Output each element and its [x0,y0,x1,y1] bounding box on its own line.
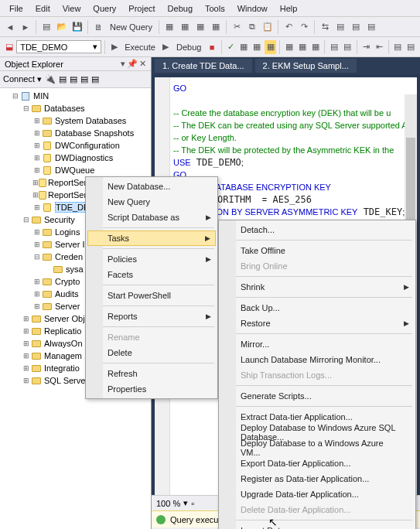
tree-item[interactable]: System Databases [55,116,126,125]
ctx-properties[interactable]: Properties [87,381,216,397]
new-query-button[interactable]: New Query [107,22,155,32]
tree-item[interactable]: Integratio [44,363,80,373]
menu-view[interactable]: View [56,2,87,15]
ctx-reports[interactable]: Reports▶ [87,309,216,324]
execute-icon[interactable]: ▶ [108,40,120,54]
tb2-icon-3[interactable]: ▦ [251,40,263,54]
ctx-deploy-azure-vm[interactable]: Deploy Database to a Windows Azure VM... [220,440,414,456]
ctx-tasks[interactable]: Tasks▶ [87,230,216,246]
databases-node[interactable]: Databases [44,104,85,113]
server-node[interactable]: MIN [33,91,49,101]
menu-debug[interactable]: Debug [162,2,199,15]
menu-query[interactable]: Query [87,2,122,15]
chevron-down-icon[interactable]: ▾ [183,498,188,508]
close-icon[interactable]: ✕ [139,59,146,69]
results-grid-icon[interactable]: ▦ [283,40,295,54]
connect-button[interactable]: Connect ▾ [3,74,42,84]
tree-item[interactable]: Replicatio [44,326,81,336]
uncomment-icon[interactable]: ▤ [341,40,353,54]
ctx-script-as[interactable]: Script Database as▶ [87,210,216,225]
ctx-delete[interactable]: Delete [87,345,216,360]
tb2-icon-4[interactable]: ▦ [265,40,276,54]
ctx-shrink[interactable]: Shrink▶ [220,279,414,295]
tb-icon-d[interactable]: ▤ [364,20,378,34]
ctx-extract-dac[interactable]: Extract Data-tier Application... [220,409,414,425]
save-icon[interactable]: 💾 [70,20,84,34]
tree-item[interactable]: Creden [55,252,83,261]
new-project-icon[interactable]: ▤ [39,20,53,34]
nav-fwd-icon[interactable]: ► [19,20,32,34]
conn-icon-4[interactable]: ▤ [80,74,88,84]
tb2-icon-y[interactable]: ▤ [405,40,417,54]
tb-icon-c[interactable]: ▤ [349,20,363,34]
pin-icon[interactable]: 📌 [127,59,138,69]
debug-button[interactable]: Debug [173,43,204,52]
tb-icon-1[interactable]: ▦ [162,20,176,34]
tree-item[interactable]: Server [55,302,80,311]
ctx-register-dac[interactable]: Register as Data-tier Application... [220,471,414,486]
tb-icon-b[interactable]: ▤ [333,20,347,34]
tree-item[interactable]: DWConfiguration [55,141,120,150]
comment-icon[interactable]: ▤ [328,40,340,54]
tb2-icon-2[interactable]: ▦ [238,40,250,54]
tree-item[interactable]: Server Obj [44,314,85,323]
results-file-icon[interactable]: ▦ [309,40,321,54]
debug-icon[interactable]: ▶ [160,40,172,54]
paste-icon[interactable]: 📋 [261,20,275,34]
menu-project[interactable]: Project [122,2,161,15]
tree-item[interactable]: SQL Server [44,376,88,385]
ctx-refresh[interactable]: Refresh [87,366,216,381]
tb-icon-a[interactable]: ⇆ [318,20,332,34]
ctx-detach[interactable]: Detach... [220,222,414,237]
ctx-new-query[interactable]: New Query [87,194,216,210]
conn-icon-2[interactable]: ▤ [59,74,67,84]
ctx-export-dac[interactable]: Export Data-tier Application... [220,456,414,471]
editor-tab-1[interactable]: 1. Create TDE Data... [155,59,252,73]
indent-icon[interactable]: ⇥ [360,40,371,54]
zoom-slider-icon[interactable]: ▫ [191,499,194,508]
ctx-deploy-azure-sql[interactable]: Deploy Database to Windows Azure SQL Dat… [220,425,414,440]
tb2-icon-1[interactable]: ⬓ [3,40,15,54]
menu-file[interactable]: File [3,2,29,15]
tree-item[interactable]: AlwaysOn [44,339,83,348]
editor-tab-2[interactable]: 2. EKM Setup Sampl... [255,59,357,73]
ctx-policies[interactable]: Policies▶ [87,251,216,267]
tree-item[interactable]: Crypto [55,277,80,286]
menu-edit[interactable]: Edit [29,2,56,15]
ctx-generate-scripts[interactable]: Generate Scripts... [220,388,414,404]
open-icon[interactable]: 📂 [55,20,69,34]
zoom-combo[interactable]: 100 % [156,499,180,508]
dropdown-icon[interactable]: ▾ [121,59,125,69]
ctx-mirror-monitor[interactable]: Launch Database Mirroring Monitor... [220,352,414,367]
redo-icon[interactable]: ↷ [297,20,311,34]
parse-icon[interactable]: ✓ [224,40,236,54]
database-combo[interactable]: TDE_DEMO▾ [16,40,101,53]
conn-icon-3[interactable]: ▤ [70,74,77,84]
ctx-facets[interactable]: Facets [87,267,216,282]
menu-help[interactable]: Help [274,2,304,15]
conn-icon-1[interactable]: 🔌 [45,74,56,84]
new-query-icon[interactable]: 🗎 [91,20,105,34]
execute-button[interactable]: Execute [121,43,159,52]
tb-icon-4[interactable]: ▦ [209,20,223,34]
nav-back-icon[interactable]: ◄ [3,20,17,34]
tree-item[interactable]: Server I [55,240,85,249]
results-text-icon[interactable]: ▦ [296,40,308,54]
outdent-icon[interactable]: ⇤ [374,40,385,54]
cut-icon[interactable]: ✂ [230,20,244,34]
ctx-powershell[interactable]: Start PowerShell [87,288,216,303]
security-node[interactable]: Security [44,215,75,224]
tree-item[interactable]: sysa [66,264,84,274]
tree-item[interactable]: DWDiagnostics [55,153,113,162]
stop-icon[interactable]: ■ [206,40,217,54]
tree-item[interactable]: Managem [44,351,82,360]
tree-item[interactable]: Logins [55,227,80,237]
copy-icon[interactable]: ⧉ [245,20,259,34]
ctx-upgrade-dac[interactable]: Upgrade Data-tier Application... [220,486,414,502]
ctx-backup[interactable]: Back Up... [220,300,414,316]
conn-icon-5[interactable]: ▤ [91,74,99,84]
menu-tools[interactable]: Tools [199,2,231,15]
tb-icon-3[interactable]: ▦ [193,20,207,34]
ctx-new-database[interactable]: New Database... [87,179,216,194]
tree-item[interactable]: Audits [55,289,79,299]
